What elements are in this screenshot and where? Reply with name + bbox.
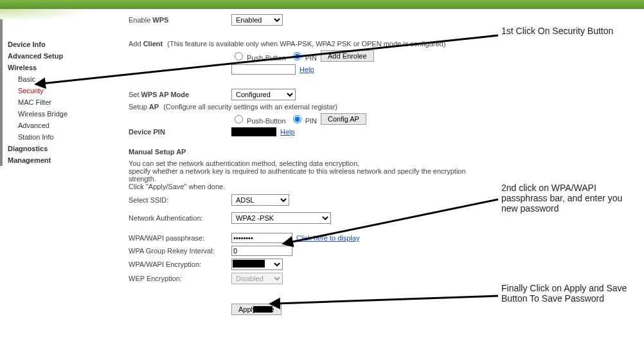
- network-auth-label: Network Authentication:: [129, 214, 231, 222]
- sidebar-item-wireless[interactable]: Wireless: [6, 62, 96, 73]
- sidebar-item-management[interactable]: Management: [6, 154, 96, 166]
- enable-wps-label: Enable WPS: [129, 16, 231, 24]
- help-link[interactable]: Help: [300, 66, 314, 73]
- network-auth-select[interactable]: WPA2 -PSK: [231, 212, 331, 224]
- display-passphrase-link[interactable]: Click here to display: [296, 234, 359, 242]
- main-content: Enable WPS Enabled Add Client (This feat…: [129, 12, 488, 318]
- apply-redaction: [253, 306, 273, 313]
- passphrase-label: WPA/WAPI passphrase:: [129, 234, 231, 242]
- passphrase-input[interactable]: [231, 233, 292, 243]
- pin-radio-2[interactable]: PIN: [290, 113, 317, 125]
- setup-ap-label: Setup AP (Configure all security setting…: [129, 103, 337, 111]
- wep-select[interactable]: Disabled: [231, 273, 283, 284]
- annotation-1: 1st Click On Security Button: [501, 26, 630, 36]
- config-ap-button[interactable]: Config AP: [321, 113, 366, 125]
- annotation-3: Finally Click on Apply and Save Button T…: [501, 283, 630, 304]
- wps-ap-mode-label: Set WPS AP Mode: [129, 91, 231, 98]
- sidebar-item-advanced[interactable]: Advanced: [6, 120, 96, 131]
- manual-setup-title: Manual Setup AP: [129, 148, 488, 156]
- sidebar-item-security[interactable]: Security: [6, 85, 96, 96]
- sidebar: Device Info Advanced Setup Wireless Basi…: [0, 19, 96, 166]
- rekey-input[interactable]: [231, 246, 292, 256]
- ssid-select[interactable]: ADSL: [231, 194, 289, 206]
- push-button-radio[interactable]: Push-Button: [231, 50, 286, 62]
- sidebar-item-wireless-bridge[interactable]: Wireless Bridge: [6, 108, 96, 120]
- device-pin-label: Device PIN: [129, 128, 231, 136]
- sidebar-item-basic[interactable]: Basic: [6, 73, 96, 85]
- enrolee-pin-input[interactable]: [231, 64, 296, 75]
- sidebar-item-device-info[interactable]: Device Info: [6, 39, 96, 50]
- sidebar-item-diagnostics[interactable]: Diagnostics: [6, 143, 96, 154]
- sidebar-item-advanced-setup[interactable]: Advanced Setup: [6, 50, 96, 62]
- wep-label: WEP Encryption:: [129, 275, 231, 282]
- sidebar-item-station-info[interactable]: Station Info: [6, 131, 96, 143]
- device-pin-value: [231, 127, 276, 136]
- select-ssid-label: Select SSID:: [129, 196, 231, 204]
- wps-ap-mode-select[interactable]: Configured: [231, 89, 296, 100]
- sidebar-item-mac-filter[interactable]: MAC Filter: [6, 96, 96, 108]
- encryption-redaction: [233, 260, 265, 268]
- pin-radio[interactable]: PIN: [290, 50, 317, 62]
- add-client-label: Add Client (This feature is available on…: [129, 40, 445, 48]
- help-link-2[interactable]: Help: [280, 128, 295, 136]
- encryption-label: WPA/WAPI Encryption:: [129, 260, 231, 268]
- top-banner: [0, 0, 644, 9]
- annotation-2: 2nd click on WPA/WAPI passphrass bar, an…: [501, 183, 630, 214]
- enable-wps-select[interactable]: Enabled: [231, 14, 283, 26]
- add-enrolee-button[interactable]: Add Enrolee: [321, 50, 374, 62]
- rekey-label: WPA Group Rekey Interval:: [129, 247, 231, 255]
- manual-desc: You can set the network authentication m…: [129, 159, 488, 190]
- push-button-radio-2[interactable]: Push-Button: [231, 113, 286, 125]
